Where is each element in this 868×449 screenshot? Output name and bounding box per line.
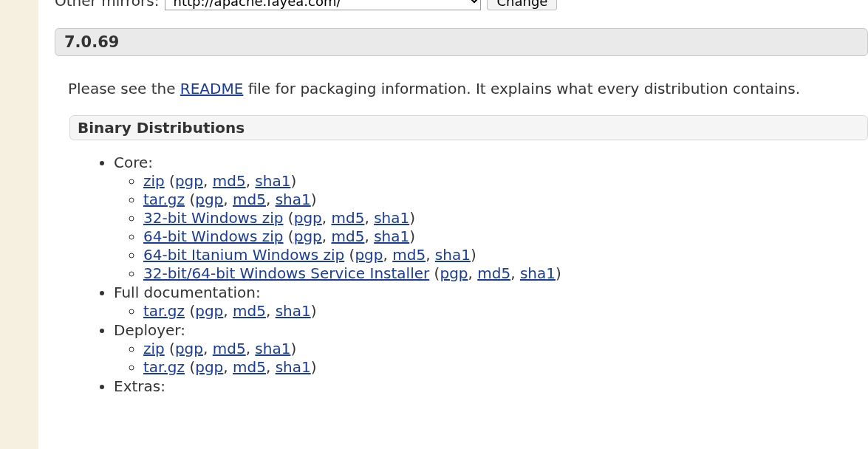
md5-link[interactable]: md5 <box>213 172 246 190</box>
download-link[interactable]: zip <box>143 172 165 190</box>
core-label: Core: <box>114 154 153 171</box>
pgp-link[interactable]: pgp <box>355 246 383 264</box>
deployer-list: zip (pgp, md5, sha1)tar.gz (pgp, md5, sh… <box>114 340 868 376</box>
pgp-link[interactable]: pgp <box>195 358 223 376</box>
md5-link[interactable]: md5 <box>233 302 266 320</box>
sha1-link[interactable]: sha1 <box>374 209 409 227</box>
download-link[interactable]: 32-bit/64-bit Windows Service Installer <box>143 264 429 282</box>
download-link[interactable]: 64-bit Itanium Windows zip <box>143 246 344 264</box>
pgp-link[interactable]: pgp <box>294 209 322 227</box>
fulldoc-list: tar.gz (pgp, md5, sha1) <box>114 302 868 320</box>
sha1-link[interactable]: sha1 <box>374 227 409 245</box>
mirror-label: Other mirrors: <box>55 0 159 10</box>
list-item: tar.gz (pgp, md5, sha1) <box>143 191 868 208</box>
list-item: 32-bit/64-bit Windows Service Installer … <box>143 264 868 282</box>
intro-text: Please see the README file for packaging… <box>68 80 868 97</box>
md5-link[interactable]: md5 <box>392 246 426 264</box>
md5-link[interactable]: md5 <box>332 209 365 227</box>
change-button[interactable]: Change <box>487 0 557 10</box>
mirror-select[interactable]: http://apache.fayea.com/ <box>165 0 481 10</box>
md5-link[interactable]: md5 <box>332 227 365 245</box>
core-list: zip (pgp, md5, sha1)tar.gz (pgp, md5, sh… <box>114 172 868 282</box>
list-item: 64-bit Itanium Windows zip (pgp, md5, sh… <box>143 246 868 264</box>
pgp-link[interactable]: pgp <box>175 172 203 190</box>
version-heading: 7.0.69 <box>55 28 868 56</box>
download-link[interactable]: 64-bit Windows zip <box>143 227 284 245</box>
md5-link[interactable]: md5 <box>233 358 266 376</box>
pgp-link[interactable]: pgp <box>175 340 203 357</box>
fulldoc-section: Full documentation: tar.gz (pgp, md5, sh… <box>114 284 868 320</box>
sha1-link[interactable]: sha1 <box>255 340 290 357</box>
sha1-link[interactable]: sha1 <box>276 191 311 208</box>
download-link[interactable]: tar.gz <box>143 358 185 376</box>
list-item: tar.gz (pgp, md5, sha1) <box>143 302 868 320</box>
binary-distributions-heading: Binary Distributions <box>69 115 868 140</box>
mirror-bar: Other mirrors: http://apache.fayea.com/ … <box>55 0 868 10</box>
sha1-link[interactable]: sha1 <box>435 246 471 264</box>
sha1-link[interactable]: sha1 <box>255 172 290 190</box>
download-link[interactable]: tar.gz <box>143 191 185 208</box>
sha1-link[interactable]: sha1 <box>276 358 311 376</box>
pgp-link[interactable]: pgp <box>195 302 223 320</box>
intro-prefix: Please see the <box>68 80 180 97</box>
download-link[interactable]: 32-bit Windows zip <box>143 209 284 227</box>
distribution-sections: Core: zip (pgp, md5, sha1)tar.gz (pgp, m… <box>84 154 868 395</box>
md5-link[interactable]: md5 <box>477 264 510 282</box>
pgp-link[interactable]: pgp <box>440 264 468 282</box>
list-item: 64-bit Windows zip (pgp, md5, sha1) <box>143 227 868 245</box>
intro-suffix: file for packaging information. It expla… <box>243 80 800 97</box>
list-item: zip (pgp, md5, sha1) <box>143 340 868 357</box>
sha1-link[interactable]: sha1 <box>520 264 556 282</box>
fulldoc-label: Full documentation: <box>114 284 261 301</box>
list-item: zip (pgp, md5, sha1) <box>143 172 868 190</box>
core-section: Core: zip (pgp, md5, sha1)tar.gz (pgp, m… <box>114 154 868 282</box>
sha1-link[interactable]: sha1 <box>276 302 311 320</box>
md5-link[interactable]: md5 <box>233 191 266 208</box>
pgp-link[interactable]: pgp <box>195 191 223 208</box>
deployer-section: Deployer: zip (pgp, md5, sha1)tar.gz (pg… <box>114 321 868 376</box>
readme-link[interactable]: README <box>180 80 244 97</box>
list-item: tar.gz (pgp, md5, sha1) <box>143 358 868 376</box>
download-link[interactable]: tar.gz <box>143 302 185 320</box>
extras-section: Extras: <box>114 377 868 395</box>
md5-link[interactable]: md5 <box>213 340 246 357</box>
deployer-label: Deployer: <box>114 321 185 339</box>
pgp-link[interactable]: pgp <box>294 227 322 245</box>
page-content: Other mirrors: http://apache.fayea.com/ … <box>0 0 868 395</box>
download-link[interactable]: zip <box>143 340 165 357</box>
extras-label: Extras: <box>114 377 165 395</box>
list-item: 32-bit Windows zip (pgp, md5, sha1) <box>143 209 868 227</box>
